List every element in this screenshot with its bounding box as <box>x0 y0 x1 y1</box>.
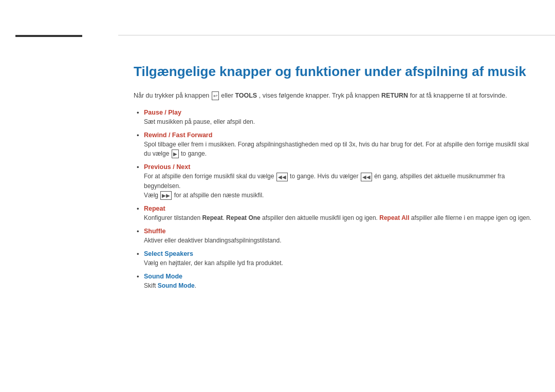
select-speakers-desc: Vælg en højttaler, der kan afspille lyd … <box>144 259 283 267</box>
shuffle-desc: Aktiver eller deaktiver blandingsafspiln… <box>144 237 281 244</box>
feature-list: Pause / Play Sæt musikken på pause, elle… <box>134 109 534 290</box>
sidebar-accent-bar <box>15 35 82 37</box>
repeat-bold2: Repeat One <box>226 214 261 221</box>
list-item-sound-mode: Sound Mode Skift Sound Mode. <box>144 273 534 290</box>
page-title: Tilgængelige knapper og funktioner under… <box>134 64 534 80</box>
sidebar <box>0 0 118 392</box>
intro-paragraph: Når du trykker på knappen ↩ eller TOOLS … <box>134 91 534 101</box>
tools-icon: ↩ <box>212 91 219 100</box>
repeat-title: Repeat <box>144 205 534 212</box>
sound-mode-title: Sound Mode <box>144 273 534 280</box>
list-item-rewind: Rewind / Fast Forward Spol tilbage eller… <box>144 132 534 158</box>
sound-mode-bold: Sound Mode <box>158 282 195 289</box>
list-item-select-speakers: Select Speakers Vælg en højttaler, der k… <box>144 250 534 268</box>
repeat-desc: Konfigurer tilstanden Repeat. Repeat One… <box>144 214 531 221</box>
sound-mode-desc: Skift Sound Mode. <box>144 282 196 289</box>
intro-text-before: Når du trykker på knappen <box>134 92 209 99</box>
list-item-shuffle: Shuffle Aktiver eller deaktiver blanding… <box>144 228 534 245</box>
intro-text-or: eller <box>221 92 235 99</box>
repeat-bold1: Repeat <box>202 214 223 221</box>
rewind-desc: Spol tilbage eller frem i musikken. Forø… <box>144 141 529 157</box>
list-item-repeat: Repeat Konfigurer tilstanden Repeat. Rep… <box>144 205 534 222</box>
page-container: Tilgængelige knapper og funktioner under… <box>0 0 555 392</box>
repeat-all-bold: Repeat All <box>379 214 409 221</box>
select-speakers-title: Select Speakers <box>144 250 534 257</box>
return-keyword: RETURN <box>381 92 408 99</box>
tools-keyword: TOOLS <box>235 92 257 99</box>
prev-icon-inline2: ◀◀ <box>361 173 372 181</box>
rewind-title: Rewind / Fast Forward <box>144 132 534 139</box>
pause-play-desc: Sæt musikken på pause, eller afspil den. <box>144 118 255 125</box>
prev-next-title: Previous / Next <box>144 163 534 171</box>
list-item-pause-play: Pause / Play Sæt musikken på pause, elle… <box>144 109 534 126</box>
intro-text-end: for at få knapperne til at forsvinde. <box>410 92 507 99</box>
intro-text-after: , vises følgende knapper. Tryk på knappe… <box>259 92 380 99</box>
main-content: Tilgængelige knapper og funktioner under… <box>118 35 555 392</box>
list-item-previous-next: Previous / Next For at afspille den forr… <box>144 163 534 200</box>
pause-play-title: Pause / Play <box>144 109 534 116</box>
play-icon-inline: ▶ <box>172 150 179 158</box>
shuffle-title: Shuffle <box>144 228 534 235</box>
next-icon-inline: ▶▶ <box>160 191 172 200</box>
prev-next-desc: For at afspille den forrige musikfil ska… <box>144 173 505 198</box>
prev-icon-inline1: ◀◀ <box>276 173 288 181</box>
